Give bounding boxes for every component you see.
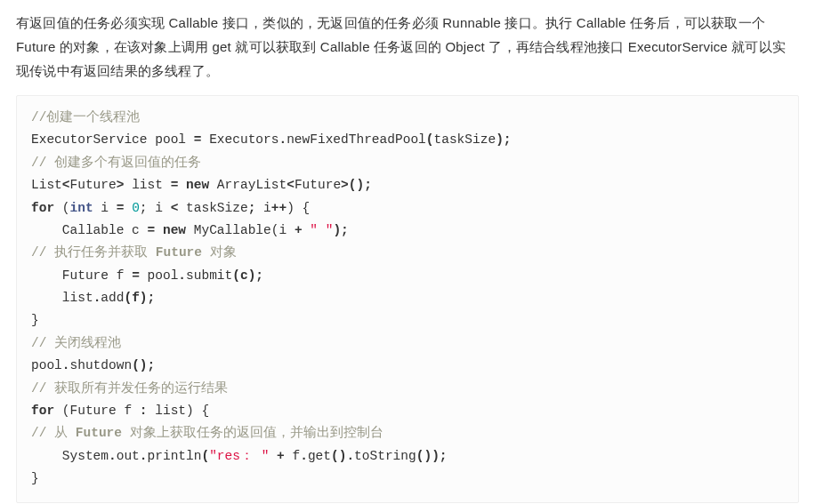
code-text (178, 178, 186, 192)
code-text: } (31, 471, 39, 485)
code-op: ); (496, 132, 511, 147)
code-op: ( (201, 449, 209, 463)
code-text: (Future f (54, 404, 140, 418)
code-text: add (101, 291, 124, 305)
code-text (155, 223, 163, 237)
code-comment: // 创建多个有返回值的任务 (31, 156, 201, 170)
code-comment: // 获取所有并发任务的运行结果 (31, 381, 228, 396)
code-text: pool (31, 358, 62, 372)
code-text: Future (70, 178, 117, 192)
code-op: ++ (271, 201, 286, 215)
code-text: submit (186, 268, 232, 283)
code-text: list) { (148, 404, 210, 418)
code-comment: Future (76, 426, 122, 440)
code-text: list (124, 178, 170, 192)
code-string: " " (310, 223, 333, 237)
code-text: ( (54, 201, 69, 215)
code-text: ) { (286, 201, 310, 215)
code-comment: // 从 (31, 426, 76, 440)
code-text: Callable c (31, 223, 148, 237)
code-op: (f); (124, 291, 155, 305)
code-text: i (255, 201, 270, 215)
code-text: System (31, 449, 109, 463)
code-op: . (109, 449, 117, 463)
code-op: (); (349, 178, 372, 192)
code-op: . (346, 449, 354, 463)
code-comment: //创建一个线程池 (31, 110, 140, 124)
code-op: < (62, 178, 70, 192)
code-string: "res： " (209, 449, 269, 463)
code-type: int (70, 201, 93, 215)
code-op: ( (426, 132, 434, 147)
code-op: ()); (416, 449, 448, 463)
code-comment: 对象上获取任务的返回值，并输出到控制台 (122, 426, 383, 440)
code-text: ; i (140, 201, 171, 215)
code-text: taskSize (434, 132, 496, 147)
intro-paragraph: 有返回值的任务必须实现 Callable 接口，类似的，无返回值的任务必须 Ru… (16, 11, 799, 83)
code-op: + (295, 223, 303, 237)
code-text: Future (295, 178, 341, 192)
code-text: Future f (31, 268, 132, 283)
code-text: taskSize (178, 201, 247, 215)
code-text: get (308, 449, 331, 463)
code-op: () (331, 449, 346, 463)
code-number: 0 (132, 201, 140, 215)
code-text (303, 223, 311, 237)
code-op: > (341, 178, 349, 192)
code-op: . (62, 358, 70, 372)
code-text: println (148, 449, 202, 463)
code-text: List (31, 178, 62, 192)
code-keyword: for (31, 201, 54, 215)
code-text: ExecutorService pool (31, 132, 194, 147)
code-op: . (178, 268, 186, 283)
code-keyword: for (31, 404, 54, 418)
code-op: : (140, 404, 148, 418)
code-text: out (117, 449, 140, 463)
code-op: . (140, 449, 148, 463)
code-op: . (278, 132, 286, 147)
code-text: toString (354, 449, 416, 463)
code-text: ArrayList (209, 178, 286, 192)
code-comment: 对象 (202, 245, 237, 260)
code-op: ); (333, 223, 348, 237)
code-text: shutdown (70, 358, 133, 372)
code-text: i (93, 201, 117, 215)
code-text: list (31, 291, 93, 305)
code-text: newFixedThreadPool (286, 132, 426, 147)
code-text: Executors (201, 132, 278, 147)
code-block: //创建一个线程池 ExecutorService pool = Executo… (16, 95, 799, 503)
code-text: pool (140, 268, 179, 283)
code-keyword: new (186, 178, 209, 192)
code-keyword: new (163, 223, 186, 237)
code-op: = (132, 268, 140, 283)
code-text (269, 449, 277, 463)
code-text: MyCallable(i (186, 223, 295, 237)
code-op: < (286, 178, 295, 192)
code-op: (); (132, 358, 155, 372)
code-comment: // 执行任务并获取 (31, 245, 156, 260)
code-op: . (300, 449, 308, 463)
code-comment: // 关闭线程池 (31, 336, 121, 350)
code-op: + (277, 449, 285, 463)
code-text (124, 201, 132, 215)
code-op: = (148, 223, 156, 237)
code-text: } (31, 313, 39, 327)
code-op: (c); (232, 268, 263, 283)
code-comment: Future (156, 245, 202, 260)
code-text: f (285, 449, 300, 463)
